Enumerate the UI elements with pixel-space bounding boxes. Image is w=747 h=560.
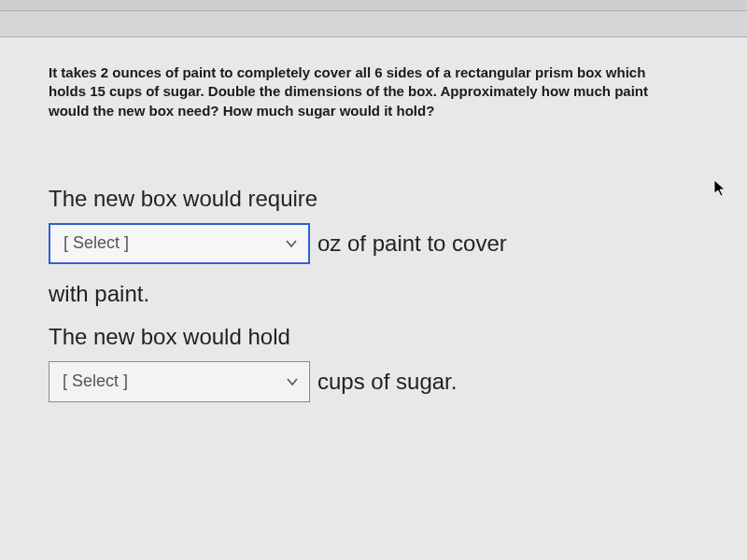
- answer-line-1: The new box would require: [49, 186, 698, 212]
- mouse-cursor-icon: [713, 179, 726, 198]
- window-header-bar: [0, 11, 747, 37]
- chevron-down-icon: [284, 236, 299, 251]
- window-top-strip: [0, 0, 747, 11]
- answer-text-withpaint: with paint.: [49, 281, 149, 307]
- answer-line-3b: [ Select ] cups of sugar.: [49, 361, 698, 402]
- answer-line-1b: [ Select ] oz of paint to cover: [49, 223, 698, 264]
- answer-text-cups: cups of sugar.: [317, 369, 457, 395]
- chevron-down-icon: [285, 374, 300, 389]
- paint-amount-select[interactable]: [ Select ]: [49, 223, 310, 264]
- answer-line-3: The new box would hold: [49, 324, 698, 350]
- answer-text-require: The new box would require: [49, 186, 317, 212]
- answer-line-2: with paint.: [49, 281, 698, 307]
- quiz-page: It takes 2 ounces of paint to completely…: [0, 0, 747, 560]
- sugar-amount-select[interactable]: [ Select ]: [49, 361, 310, 402]
- answer-text-hold: The new box would hold: [49, 324, 290, 350]
- answer-area: The new box would require [ Select ] oz …: [49, 186, 698, 402]
- answer-text-oz: oz of paint to cover: [317, 231, 507, 257]
- question-prompt: It takes 2 ounces of paint to completely…: [49, 63, 665, 120]
- select-placeholder: [ Select ]: [63, 371, 128, 391]
- question-content: It takes 2 ounces of paint to completely…: [0, 37, 747, 402]
- select-placeholder: [ Select ]: [63, 233, 129, 253]
